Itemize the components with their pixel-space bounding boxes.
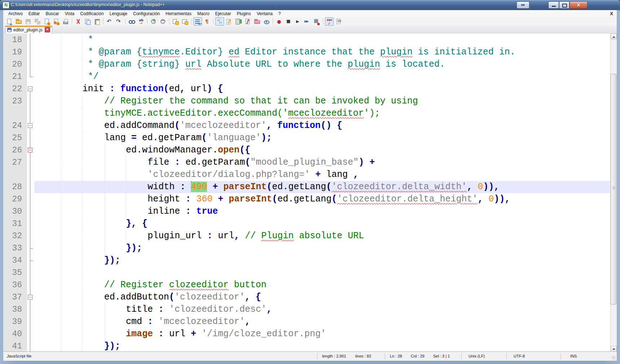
- toolbar-separator: [169, 18, 170, 25]
- sync-horizontal-button[interactable]: [181, 17, 189, 26]
- code-area[interactable]: 18*19* @param {tinymce.Editor} ed Editor…: [3, 34, 617, 352]
- zoom-in-button[interactable]: [149, 17, 158, 26]
- macro-play-button[interactable]: [294, 17, 302, 26]
- code-row-wrap[interactable]: tinyMCE.activeEditor.execCommand('mceclo…: [3, 107, 610, 120]
- menu-configuracion[interactable]: Configuración: [130, 10, 163, 17]
- menu-archivo[interactable]: Archivo: [5, 10, 26, 17]
- code-row-29[interactable]: 29height : 360 + parseInt(ed.getLang('cl…: [3, 193, 610, 205]
- code-row-39[interactable]: 39cmd : 'mceclozeeditor',: [3, 316, 610, 328]
- macro-run-multiple-icon: [304, 18, 311, 25]
- redo-icon: [116, 18, 122, 25]
- replace-button[interactable]: [137, 17, 145, 26]
- code-row-34[interactable]: 34});: [3, 254, 610, 267]
- code-row-40[interactable]: 40image : url + '/img/cloze_editor.png': [3, 328, 610, 340]
- document-map-button[interactable]: [234, 17, 243, 26]
- minimize-button[interactable]: [548, 1, 559, 9]
- code-row-33[interactable]: 33});: [3, 242, 610, 254]
- code-editor[interactable]: 18*19* @param {tinymce.Editor} ed Editor…: [3, 34, 617, 352]
- vertical-scrollbar[interactable]: [610, 34, 617, 352]
- close-all-button[interactable]: [52, 17, 61, 26]
- sync-vertical-button[interactable]: [171, 17, 180, 26]
- code-row-18[interactable]: 18*: [3, 34, 610, 46]
- menu-herramientas[interactable]: Herramientas: [163, 10, 194, 17]
- code-row-24[interactable]: 24ed.addCommand('mceclozeeditor', functi…: [3, 120, 610, 132]
- menu-lenguaje[interactable]: Lenguaje: [107, 10, 130, 17]
- fold-toggle[interactable]: [28, 295, 32, 299]
- save-file-button[interactable]: [24, 17, 32, 26]
- status-encoding[interactable]: UTF-8: [514, 354, 525, 358]
- code-row-31[interactable]: 31}, {: [3, 218, 610, 230]
- status-eol-format[interactable]: Unix (LF): [469, 354, 485, 358]
- folder-workspace-button[interactable]: [253, 17, 261, 26]
- scrollbar-thumb[interactable]: [611, 74, 616, 305]
- macro-run-multiple-button[interactable]: [303, 17, 312, 26]
- code-row-27[interactable]: 27file : ed.getParam("moodle_plugin_base…: [3, 156, 610, 169]
- fold-toggle[interactable]: [28, 148, 32, 152]
- code-row-37[interactable]: 37ed.addButton('clozeeditor', {: [3, 291, 610, 303]
- code-row-22[interactable]: 22init : function(ed, url) {: [3, 83, 610, 95]
- code-row-21[interactable]: 21*/: [3, 71, 610, 83]
- new-file-button[interactable]: [5, 17, 14, 26]
- cut-button[interactable]: [74, 17, 83, 26]
- code-row-30[interactable]: 30inline : true: [3, 205, 610, 218]
- close-file-button[interactable]: [43, 17, 51, 26]
- code-row-28[interactable]: 28width : 490 + parseInt(ed.getLang('clo…: [3, 181, 610, 193]
- code-row-19[interactable]: 19* @param {tinymce.Editor} ed Editor in…: [3, 46, 610, 58]
- document-close-x[interactable]: X: [610, 10, 613, 17]
- paste-button[interactable]: [93, 17, 101, 26]
- save-all-button[interactable]: [33, 17, 42, 26]
- menu-codificacion[interactable]: Codificación: [77, 10, 106, 17]
- function-completion-button[interactable]: [225, 17, 233, 26]
- function-list-button[interactable]: [243, 17, 252, 26]
- fold-toggle[interactable]: [28, 123, 32, 128]
- menu-ayuda[interactable]: ?: [276, 10, 284, 17]
- print-button[interactable]: [61, 17, 70, 26]
- tab-close-icon[interactable]: ×: [45, 27, 50, 32]
- menu-editar[interactable]: Editar: [26, 10, 43, 17]
- indent-guide-line: [104, 156, 105, 169]
- copy-button[interactable]: [83, 17, 92, 26]
- scroll-up-arrow-icon[interactable]: [611, 34, 617, 39]
- code-row-36[interactable]: 36// Register clozeeditor button: [3, 279, 610, 291]
- undo-button[interactable]: [105, 17, 114, 26]
- fold-toggle[interactable]: [28, 86, 32, 91]
- fold-line: [30, 46, 30, 58]
- macro-record-button[interactable]: [275, 17, 283, 26]
- code-row-26[interactable]: 26ed.windowManager.open({: [3, 144, 610, 156]
- resize-grip[interactable]: [612, 356, 616, 360]
- function-list-icon: [245, 18, 251, 25]
- scroll-down-arrow-icon[interactable]: [611, 346, 617, 352]
- macro-stop-button[interactable]: [284, 17, 293, 26]
- show-all-characters-button[interactable]: [203, 17, 211, 26]
- menu-macro[interactable]: Macro: [194, 10, 212, 17]
- code-row-32[interactable]: 32plugin_url : url, // Plugin absolute U…: [3, 230, 610, 242]
- code-row-41[interactable]: 41});: [3, 340, 610, 352]
- menu-vista[interactable]: Vista: [62, 10, 77, 17]
- redo-button[interactable]: [115, 17, 123, 26]
- spell-check-button[interactable]: [325, 17, 334, 26]
- workspace-swap-button[interactable]: ⇔: [516, 1, 529, 9]
- menu-buscar[interactable]: Buscar: [43, 10, 62, 17]
- code-row-35[interactable]: 35: [3, 267, 610, 279]
- macro-save-button[interactable]: [312, 17, 321, 26]
- open-file-button[interactable]: [14, 17, 23, 26]
- close-button[interactable]: X: [570, 1, 588, 9]
- code-row-wrap[interactable]: 'clozeeditor/dialog.php?lang=' + lang ,: [3, 169, 610, 181]
- status-insert-mode[interactable]: INS: [570, 354, 577, 358]
- document-monitor-button[interactable]: [262, 17, 271, 26]
- code-row-25[interactable]: 25lang = ed.getParam('language');: [3, 132, 610, 144]
- word-wrap-button[interactable]: [193, 17, 202, 26]
- menu-ejecutar[interactable]: Ejecutar: [212, 10, 234, 17]
- code-row-38[interactable]: 38title : 'clozeeditor.desc',: [3, 303, 610, 316]
- indent-guide-button[interactable]: [215, 17, 224, 26]
- maximize-button[interactable]: [559, 1, 570, 9]
- code-row-23[interactable]: 23// Register the command so that it can…: [3, 95, 610, 107]
- spell-settings-button[interactable]: [334, 17, 343, 26]
- code-row-20[interactable]: 20* @param {string} url Absolute URL to …: [3, 58, 610, 71]
- title-bar[interactable]: N C:\Users\dr.veterinaria\Desktop\clozee…: [0, 0, 620, 10]
- find-button[interactable]: [127, 17, 136, 26]
- menu-ventana[interactable]: Ventana: [254, 10, 276, 17]
- zoom-out-button[interactable]: [159, 17, 167, 26]
- menu-plugins[interactable]: Plugins: [234, 10, 254, 17]
- tab-editor-plugin-js[interactable]: editor_plugin.js ×: [5, 26, 52, 34]
